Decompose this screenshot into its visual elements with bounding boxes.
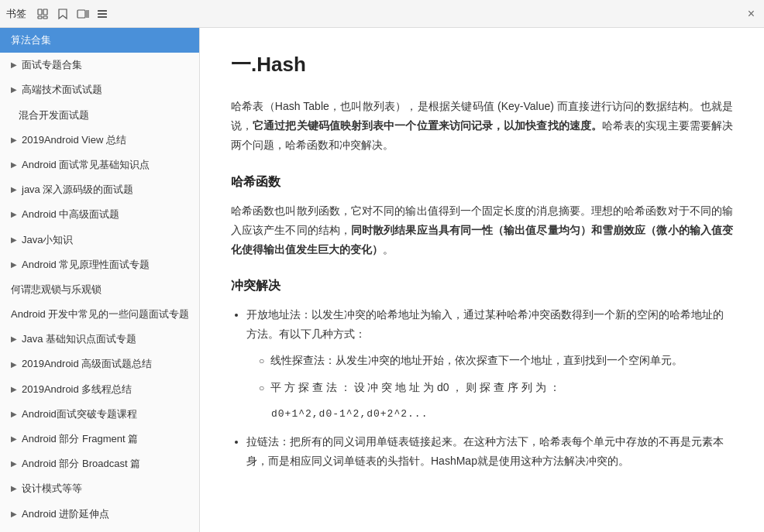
arrow-icon: ▶ [11,84,17,95]
sidebar-item-label: 算法合集 [11,33,51,47]
arrow-icon: ▶ [11,235,17,245]
arrow-icon: ▶ [11,259,17,270]
intro-bold: 它通过把关键码值映射到表中一个位置来访问记录，以加快查找的速度。 [253,119,602,132]
sidebar-item-label: 何谓悲观锁与乐观锁 [11,283,102,297]
list-item-chaining: 拉链法：把所有的同义词用单链表链接起来。在这种方法下，哈希表每个单元中存放的不再… [246,432,733,471]
main-layout: 算法合集▶面试专题合集▶高端技术面试试题混合开发面试题▶2019Android … [0,28,764,532]
sidebar-item-label: Android 常见原理性面试专题 [22,258,150,272]
sub-item-linear: 线性探查法：从发生冲突的地址开始，依次探查下一个地址，直到找到一个空闲单元。 [259,351,733,370]
open-address-end: 有以下几种方式： [279,328,366,340]
sidebar-item-Android 开发中常见的一些问题面试专题[interactable]: Android 开发中常见的一些问题面试专题 [0,302,199,327]
svg-rect-0 [38,9,42,15]
titlebar-label: 书签 [6,7,26,21]
sidebar-item-Android 部分 Broadcast 篇[interactable]: ▶Android 部分 Broadcast 篇 [0,451,199,476]
bookmark-list-icon[interactable] [36,7,50,21]
arrow-icon: ▶ [11,458,17,469]
sidebar-item-label: java 深入源码级的面试题 [22,183,133,197]
sidebar-item-label: Android 面试常见基础知识点 [22,158,150,172]
sidebar-item-label: Android面试突破专题课程 [22,407,137,421]
sidebar-item-2019Android 多线程总结[interactable]: ▶2019Android 多线程总结 [0,377,199,402]
sidebar-item-label: Java 基础知识点面试专题 [22,332,136,346]
content-title: 一.Hash [231,51,733,78]
svg-rect-1 [43,9,47,15]
sidebar-item-label: Java小知识 [22,233,73,247]
sidebar-item-高端技术面试试题[interactable]: ▶高端技术面试试题 [0,77,199,102]
titlebar-icons [36,7,110,21]
sidebar-item-算法合集[interactable]: 算法合集 [0,28,199,53]
bookmark-menu-icon[interactable] [96,7,110,21]
svg-rect-4 [77,10,85,18]
sub-item-square: 平 方 探 查 法 ： 设 冲 突 地 址 为 d0 ， 则 探 查 序 列 为… [259,378,733,397]
sidebar-item-2019Android View 总结[interactable]: ▶2019Android View 总结 [0,128,199,153]
svg-rect-7 [98,10,107,12]
section1-title: 哈希函数 [231,174,733,190]
sidebar-item-label: 2019Android View 总结 [22,133,126,147]
intro-para: 哈希表（Hash Table，也叫散列表），是根据关键码值 (Key-Value… [231,97,733,156]
linear-probe-text: 线性探查法：从发生冲突的地址开始，依次探查下一个地址，直到找到一个空闲单元。 [270,351,683,370]
arrow-icon: ▶ [11,334,17,345]
sidebar-item-label: 设计模式等等 [22,482,82,496]
list-item-open-address: 开放地址法：以发生冲突的哈希地址为输入，通过某种哈希冲突函数得到一个新的空闲的哈… [246,305,733,423]
arrow-icon: ▶ [11,135,17,146]
chaining-prefix: 拉链法： [246,435,290,448]
sidebar-item-Android 进阶延伸点[interactable]: ▶Android 进阶延伸点 [0,502,199,527]
sub-list-open-address: 线性探查法：从发生冲突的地址开始，依次探查下一个地址，直到找到一个空闲单元。 平… [246,351,733,397]
sidebar-item-2019Android 高级面试题总结[interactable]: ▶2019Android 高级面试题总结 [0,352,199,376]
chaining-text: 把所有的同义词用单链表链接起来。在这种方法下，哈希表每个单元中存放的不再是元素本… [246,435,724,467]
sidebar-item-数据存储[interactable]: ▶数据存储 [0,527,199,532]
sidebar-item-label: 混合开发面试题 [19,108,89,122]
sidebar-item-label: Android 开发中常见的一些问题面试专题 [11,307,189,321]
sidebar: 算法合集▶面试专题合集▶高端技术面试试题混合开发面试题▶2019Android … [0,28,200,532]
intro-section: 哈希表（Hash Table，也叫散列表），是根据关键码值 (Key-Value… [231,97,733,156]
sidebar-item-label: 2019Android 多线程总结 [22,383,132,396]
titlebar: 书签 [0,0,764,28]
sidebar-item-面试专题合集[interactable]: ▶面试专题合集 [0,53,199,77]
section2-title: 冲突解决 [231,278,733,294]
arrow-icon: ▶ [11,483,17,494]
arrow-icon: ▶ [11,434,17,444]
sidebar-item-label: Android 部分 Broadcast 篇 [22,457,140,471]
section1-para: 哈希函数也叫散列函数，它对不同的输出值得到一个固定长度的消息摘要。理想的哈希函数… [231,201,733,260]
sidebar-item-label: Android 中高级面试题 [22,208,119,221]
sidebar-item-Java 基础知识点面试专题[interactable]: ▶Java 基础知识点面试专题 [0,327,199,352]
sidebar-item-Android 面试常见基础知识点[interactable]: ▶Android 面试常见基础知识点 [0,153,199,177]
arrow-icon: ▶ [11,409,17,420]
svg-rect-8 [98,13,107,15]
arrow-icon: ▶ [11,509,17,520]
sidebar-item-Android 常见原理性面试专题[interactable]: ▶Android 常见原理性面试专题 [0,252,199,277]
sidebar-item-Android 部分 Fragment 篇[interactable]: ▶Android 部分 Fragment 篇 [0,427,199,451]
sidebar-item-label: 2019Android 高级面试题总结 [22,357,152,371]
bookmark-single-icon[interactable] [56,7,70,21]
square-probe-text: 平 方 探 查 法 ： 设 冲 突 地 址 为 d0 ， 则 探 查 序 列 为… [270,378,559,397]
section1-end: 。 [383,243,394,256]
arrow-icon: ▶ [11,60,17,70]
arrow-icon: ▶ [11,209,17,220]
svg-rect-2 [38,16,42,19]
arrow-icon: ▶ [11,384,17,395]
arrow-icon: ▶ [11,184,17,195]
arrow-icon: ▶ [11,160,17,170]
code-formula: d0+1^2,d0-1^2,d0+2^2... [271,405,733,423]
sidebar-item-java 深入源码级的面试题[interactable]: ▶java 深入源码级的面试题 [0,177,199,202]
sidebar-item-label: Android 进阶延伸点 [22,507,109,521]
sidebar-item-Java小知识[interactable]: ▶Java小知识 [0,228,199,252]
sidebar-item-label: 高端技术面试试题 [22,83,102,97]
svg-rect-3 [43,16,47,19]
sidebar-item-Android 中高级面试题[interactable]: ▶Android 中高级面试题 [0,202,199,227]
sidebar-item-Android面试突破专题课程[interactable]: ▶Android面试突破专题课程 [0,402,199,427]
hash-function-section: 哈希函数 哈希函数也叫散列函数，它对不同的输出值得到一个固定长度的消息摘要。理想… [231,174,733,260]
collision-section: 冲突解决 开放地址法：以发生冲突的哈希地址为输入，通过某种哈希冲突函数得到一个新… [231,278,733,472]
arrow-icon: ▶ [11,359,17,370]
content-area: 一.Hash 哈希表（Hash Table，也叫散列表），是根据关键码值 (Ke… [200,28,764,532]
open-address-prefix: 开放地址法： [246,308,311,321]
sidebar-item-混合开发面试题[interactable]: 混合开发面试题 [0,103,199,128]
close-button[interactable]: × [745,7,758,21]
bookmark-tag-icon[interactable] [76,7,90,21]
sidebar-item-label: Android 部分 Fragment 篇 [22,432,138,446]
collision-list: 开放地址法：以发生冲突的哈希地址为输入，通过某种哈希冲突函数得到一个新的空闲的哈… [231,305,733,472]
svg-rect-9 [98,16,107,18]
sidebar-item-何谓悲观锁与乐观锁[interactable]: 何谓悲观锁与乐观锁 [0,277,199,302]
sidebar-item-label: 面试专题合集 [22,58,82,72]
sidebar-item-设计模式等等[interactable]: ▶设计模式等等 [0,476,199,501]
